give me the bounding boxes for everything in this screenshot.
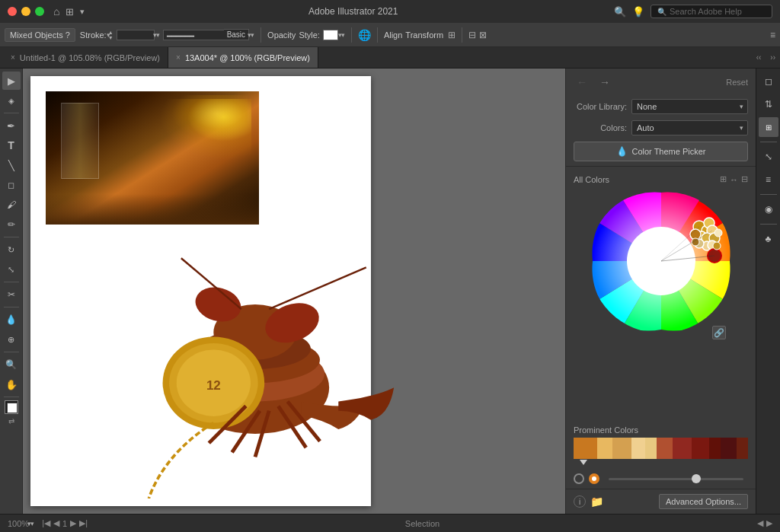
colors-select[interactable]: Auto [631,120,748,135]
color-guide-btn[interactable]: ⊞ [759,117,778,137]
grid-menu-icon[interactable]: ▾ [80,7,85,17]
redo-btn[interactable]: → [596,75,613,90]
scale-tool[interactable]: ⤡ [2,260,21,279]
info-btn[interactable]: i [574,495,586,508]
advanced-options-btn[interactable]: Advanced Options... [659,494,748,509]
home-icon[interactable]: ⌂ [53,5,59,18]
minimize-button[interactable] [21,7,30,16]
colors-select-wrap[interactable]: Auto [631,120,748,135]
blend-tool[interactable]: ⊕ [2,330,21,349]
pen-tool[interactable]: ✒ [2,116,21,135]
link-icon[interactable]: 🔗 [712,326,726,339]
tab-collapse-left[interactable]: ‹‹ [752,47,766,68]
swatch-5[interactable] [645,438,657,459]
symbols-btn[interactable]: ♣ [759,229,778,249]
color-library-select-wrap[interactable]: None [631,99,748,114]
expand-btn[interactable]: ⊟ [741,174,748,184]
swatch-8[interactable] [692,438,709,459]
color-library-select[interactable]: None [631,99,748,114]
arrange-icon[interactable]: ⊠ [479,30,487,40]
prev-btn[interactable]: ◀ [53,518,59,528]
color-theme-picker-btn[interactable]: 💧 Color Theme Picker [574,142,748,161]
prominent-colors-label: Prominent Colors [574,425,748,435]
swatch-strip[interactable] [574,438,748,459]
layers-btn[interactable]: ◻ [759,72,778,91]
bar-glass [61,103,99,179]
properties-btn[interactable]: ⇅ [759,94,778,114]
scissors-tool[interactable]: ✂ [2,285,21,304]
style-select[interactable]: ▾ [341,31,345,39]
brush-select[interactable]: ━━━━━━ Basic ▾ [163,29,254,40]
swatch-3[interactable] [612,438,631,459]
maximize-button[interactable] [35,7,44,16]
grid-view-btn[interactable]: ⊞ [720,174,727,184]
tab-untitled[interactable]: × Untitled-1 @ 105.08% (RGB/Preview) [3,47,168,68]
tab-close-13a004[interactable]: × [176,53,181,62]
stroke-width-select[interactable]: Stroke: ▲▼ [78,30,113,40]
zoom-level: 100% [8,519,29,528]
swap-colors-btn[interactable]: ⇄ [8,417,14,425]
folder-btn[interactable]: 📁 [590,495,603,508]
search-bar[interactable]: 🔍 Search Adobe Help [651,5,772,18]
canvas-area[interactable]: 12 [23,68,565,514]
undo-btn[interactable]: ← [574,75,590,90]
next-page-btn[interactable]: ▶| [79,518,88,528]
color-theme-picker-label: Color Theme Picker [632,147,706,156]
swatch-9[interactable] [709,438,721,459]
shape-tool[interactable]: ◻ [2,176,21,194]
hand-tool[interactable]: ✋ [2,375,21,393]
rotate-tool[interactable]: ↻ [2,241,21,259]
swatch-7[interactable] [673,438,692,459]
color-wheel-svg[interactable] [589,189,734,333]
swatch-4[interactable] [631,438,645,459]
swatch-6[interactable] [657,438,672,459]
list-view-btn[interactable]: ↔ [730,174,738,184]
menu-icon[interactable]: ≡ [770,30,775,40]
status-arr-left[interactable]: ◀ [757,518,763,528]
eyedropper-tool[interactable]: 💧 [2,311,21,329]
slider-thumb[interactable] [692,474,701,483]
line-tool[interactable]: ╲ [2,156,21,174]
align-panel-btn[interactable]: ≡ [759,170,778,190]
zoom-tool[interactable]: 🔍 [2,355,21,374]
radio-btn-1[interactable] [574,473,584,484]
paintbrush-tool[interactable]: 🖌 [2,196,21,214]
radio-btn-2[interactable] [589,473,599,484]
tab-close-untitled[interactable]: × [11,53,15,62]
search-magnify-icon: 🔍 [614,6,626,18]
swatch-11[interactable] [737,438,748,459]
color-wheel-container[interactable]: 🔗 [589,189,734,333]
bulb-icon[interactable]: 💡 [632,6,644,18]
swatch-10[interactable] [721,438,736,459]
select-tool[interactable]: ▶ [2,72,21,90]
transform-btn[interactable]: ⤡ [759,147,778,167]
prev-page-btn[interactable]: |◀ [42,518,50,528]
tab-13a004[interactable]: × 13A004* @ 100% (RGB/Preview) [168,47,318,68]
fill-color-box[interactable] [5,400,18,414]
next-btn[interactable]: ▶ [70,518,76,528]
reset-btn[interactable]: Reset [726,78,748,87]
svg-line-17 [269,267,366,309]
selection-tool-btn[interactable]: Mixed Objects ? [5,28,75,42]
swatch-2[interactable] [597,438,612,459]
page-indicator: 1 [62,519,67,528]
type-tool[interactable]: T [2,136,21,155]
align-distribute-icon[interactable]: ⊟ [468,30,476,40]
tab-collapse-right[interactable]: ›› [766,47,780,68]
slider-track[interactable] [609,478,743,480]
opacity-label: Opacity [267,30,296,40]
transform-icon[interactable]: ⊞ [448,30,456,40]
zoom-select[interactable]: 100% ▾ [8,519,34,528]
pencil-tool[interactable]: ✏ [2,215,21,234]
bar-photo [46,91,259,225]
stroke-arrows[interactable]: ▲▼ [108,30,113,40]
swatch-1[interactable] [574,438,597,459]
global-icon[interactable]: 🌐 [358,29,371,41]
stroke-style-select[interactable]: ▾ [117,30,160,40]
status-arr-right[interactable]: ▶ [766,518,772,528]
style-color-swatch[interactable] [323,30,338,40]
close-button[interactable] [8,7,17,16]
grid-icon[interactable]: ⊞ [66,6,74,18]
direct-select-tool[interactable]: ◈ [2,91,21,110]
appearance-btn[interactable]: ◉ [759,199,778,219]
